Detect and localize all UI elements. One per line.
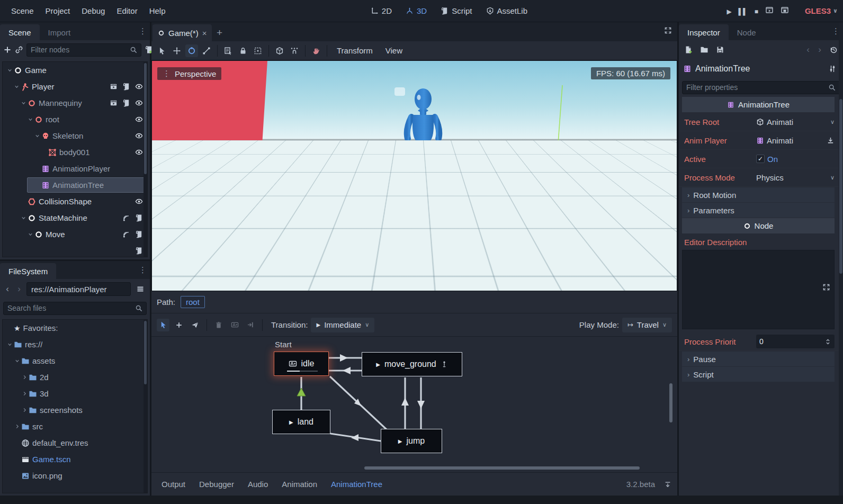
filesystem-row-assets[interactable]: assets [3,353,147,369]
filter-nodes-input[interactable] [31,46,127,54]
filesystem-row-favorites[interactable]: ★Favorites: [3,320,147,336]
tree-collapse-icon[interactable] [33,133,41,139]
list-select-tool[interactable] [222,44,235,57]
filter-properties-input[interactable] [686,83,825,92]
graph-hscrollbar[interactable] [364,466,640,470]
filesystem-path[interactable]: res://AnimationPlayer [26,282,131,296]
bottom-panel-tab-animationtree[interactable]: AnimationTree [324,480,389,489]
scene-tree-row-animationplayer[interactable]: AnimationPlayer [3,160,147,177]
filesystem-scrollbar[interactable] [144,320,147,493]
inspector-group-script[interactable]: ›Script [682,367,835,382]
property-value[interactable]: ✓On [756,155,835,164]
move-tool[interactable] [171,44,183,57]
filesystem-row-iconpng[interactable]: icon.png [3,467,147,484]
property-value[interactable]: Animati∨ [756,118,835,127]
scene-tab-scene[interactable]: Scene [0,24,40,40]
close-icon[interactable]: × [202,29,207,38]
search-files-input[interactable] [7,304,132,312]
perspective-menu[interactable]: ⋮ Perspective [157,67,221,80]
sm-connect-tool[interactable] [189,319,201,331]
stop-button[interactable]: ■ [755,7,758,15]
renderer-selector[interactable]: GLES3 ∨ [805,6,838,15]
filesystem-menu-icon[interactable]: ⋮ [139,265,147,275]
menu-editor[interactable]: Editor [111,6,143,15]
viewport-menu-view[interactable]: View [380,46,408,55]
lock-button[interactable] [237,44,249,57]
load-resource-button[interactable] [698,43,711,56]
tree-collapse-icon[interactable] [26,231,34,237]
inspector-scrollbar[interactable] [839,22,843,496]
script-icon[interactable] [122,99,130,107]
chevron-down-icon[interactable]: ∨ [830,174,835,181]
tree-expand-icon[interactable] [21,407,29,413]
tree-collapse-icon[interactable] [6,67,14,73]
sm-create-node-tool[interactable] [173,319,185,331]
tree-expand-icon[interactable] [13,424,21,429]
object-tools-button[interactable] [826,62,839,75]
scene-tree-row-root[interactable]: root [3,111,147,128]
eye-icon[interactable] [135,197,143,205]
menu-debug[interactable]: Debug [76,6,111,15]
state-node-jump[interactable]: ▶jump [381,429,442,453]
history-back-icon[interactable]: ‹ [3,284,12,294]
sm-autoplay-button[interactable] [228,319,241,331]
3d-viewport[interactable]: ⋮ Perspective FPS: 60 (16.67 ms) [151,60,677,291]
state-node-land[interactable]: ▶land [272,410,330,434]
filesystem-tab-filesystem[interactable]: FileSystem [0,263,56,279]
sm-delete-button[interactable] [212,319,225,331]
scene-tree-row-statemachine[interactable]: StateMachine [3,210,147,226]
scene-tree-row-move[interactable]: Move [3,226,147,242]
eye-icon[interactable] [135,132,143,140]
expand-description-icon[interactable] [822,283,830,291]
history-forward-icon[interactable]: › [15,284,23,294]
script-icon[interactable] [135,214,143,222]
signal-icon[interactable] [122,230,130,238]
play-state-icon[interactable]: ▶ [398,438,402,444]
script-icon[interactable] [135,230,143,238]
pause-button[interactable]: ▌▌ [739,7,748,15]
inspector-group-root-motion[interactable]: ›Root Motion [682,187,835,202]
property-value[interactable]: Animati [756,136,835,145]
state-node-idle[interactable]: idle [274,352,329,376]
filesystem-row-gametscn[interactable]: Game.tscn [3,451,147,467]
menu-project[interactable]: Project [40,6,76,15]
play-scene-button[interactable] [765,6,774,16]
editor-description-textarea[interactable] [682,250,835,329]
tree-expand-icon[interactable] [21,374,29,380]
history-forward-icon[interactable]: › [815,44,824,55]
graph-vscrollbar[interactable] [669,383,672,422]
state-node-move_ground[interactable]: ▶move_ground [362,352,462,376]
scene-tree-row-body001[interactable]: body001 [3,144,147,160]
scene-menu-icon[interactable]: ⋮ [139,26,147,36]
chevron-down-icon[interactable]: ∨ [830,119,835,125]
play-button[interactable]: ▶ [727,7,731,15]
path-root-button[interactable]: root [181,296,205,308]
inspector-group-parameters[interactable]: ›Parameters [682,203,835,218]
play-mode-dropdown[interactable]: ↦ Travel ∨ [622,318,672,332]
scene-tab-game[interactable]: Game(*) × [153,24,212,41]
tree-collapse-icon[interactable] [26,116,34,122]
process-priority-spinner[interactable]: 0 [756,335,835,348]
new-resource-button[interactable] [682,43,695,56]
edit-history-button[interactable] [827,43,840,56]
filesystem-row-defaultenvtres[interactable]: default_env.tres [3,435,147,451]
workspace-assetlib[interactable]: AssetLib [486,6,528,15]
scene-tree-row[interactable] [3,242,147,257]
tree-collapse-icon[interactable] [13,358,21,364]
save-resource-button[interactable] [714,43,727,56]
tree-expand-icon[interactable] [21,391,29,397]
script-icon[interactable] [122,83,130,91]
bottom-panel-tab-output[interactable]: Output [155,480,192,489]
movie-icon[interactable] [110,83,118,91]
inspector-category-animationtree[interactable]: AnimationTree [682,97,835,112]
instance-scene-button[interactable] [15,43,23,56]
scene-tree-row-skeleton[interactable]: Skeleton [3,128,147,144]
filesystem-row-res[interactable]: res:// [3,336,147,353]
camera-override-toggle[interactable] [310,44,322,57]
menu-help[interactable]: Help [144,6,172,15]
scene-tree-scrollbar[interactable] [144,62,147,257]
local-space-toggle[interactable] [273,44,286,57]
inspector-tab-node[interactable]: Node [729,24,765,40]
scene-tree-row-animationtree[interactable]: AnimationTree [3,177,147,193]
play-state-icon[interactable]: ▶ [376,362,380,367]
